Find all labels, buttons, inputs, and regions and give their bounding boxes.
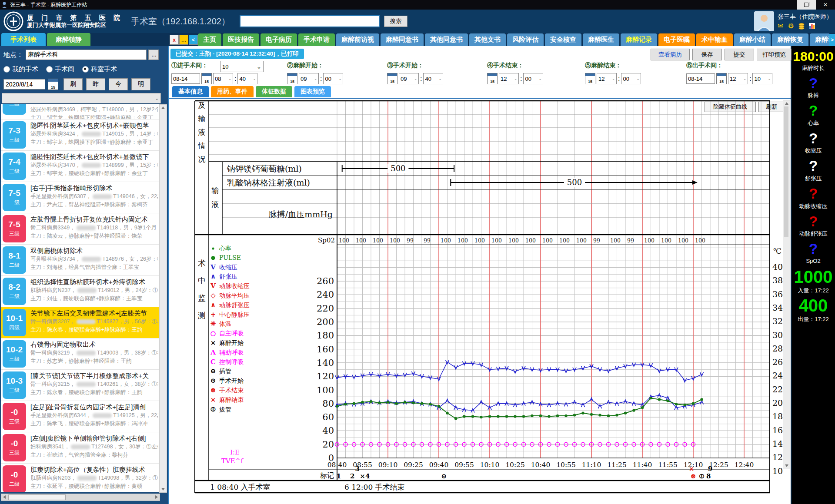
- hour-select[interactable]: 09⌄: [399, 73, 419, 84]
- view-record-button[interactable]: 查看病历: [651, 49, 690, 60]
- mini-more-button[interactable]: …: [179, 35, 188, 45]
- surgery-list-item[interactable]: -0三级[左足]趾骨骨折复位内固定术+[左足]清创手足显微外科病房6344，T1…: [1, 401, 159, 432]
- surgery-list-item[interactable]: 三级泌尿外科病房3469，柯宇昭，T149000，男，12岁2个主刀：邹宇龙，蛛…: [1, 104, 159, 119]
- surgery-list-item[interactable]: -0二级肛瘘切除术+高位（复杂性）肛瘘挂线术肛肠科病房N203，T149098，…: [1, 464, 159, 492]
- minute-select[interactable]: 10⌄: [752, 73, 772, 84]
- svg-text:✳: ✳: [210, 320, 216, 328]
- surgery-list-item[interactable]: 8-1二级双侧扁桃体切除术耳鼻喉科病房3734，T148976，女，26岁：①主…: [1, 245, 159, 276]
- submit-button[interactable]: 提交: [725, 49, 754, 60]
- date-input[interactable]: [3, 79, 45, 90]
- nav-scroll-right-button[interactable]: >: [829, 34, 835, 46]
- restore-button[interactable]: [797, 0, 816, 10]
- coins-icon[interactable]: [798, 23, 805, 30]
- svg-text:液: 液: [212, 200, 219, 209]
- nav-tab-2[interactable]: 医技报告: [223, 33, 259, 46]
- nav-tab-17[interactable]: 麻醉计费: [810, 33, 829, 46]
- minute-select[interactable]: 00⌄: [323, 73, 343, 84]
- radio-option-3[interactable]: 科室手术: [82, 65, 117, 73]
- minimize-button[interactable]: [778, 0, 797, 10]
- date-button-4[interactable]: 明: [131, 78, 150, 90]
- chart-icon[interactable]: [809, 23, 815, 29]
- date-field[interactable]: [171, 73, 200, 84]
- subtab-4[interactable]: 图表预览: [294, 86, 331, 97]
- nav-tab-4[interactable]: 手术申请: [298, 33, 335, 46]
- location-more-button[interactable]: …: [148, 50, 159, 60]
- print-preview-button[interactable]: 打印预览: [757, 49, 792, 60]
- user-name: 张三丰（住院医师）: [778, 13, 832, 21]
- sidebar-tab-surgery-list[interactable]: 手术列表: [1, 33, 46, 46]
- svg-text:10: 10: [772, 466, 783, 476]
- surgery-list-item[interactable]: -0三级[左侧]腹腔镜下单侧输卵管切除术+[右侧]妇科病房3541，T12749…: [1, 432, 159, 464]
- nav-tab-3[interactable]: 电子病历: [261, 33, 297, 46]
- surgery-badge: -0三级: [3, 403, 26, 430]
- filter-dropdown[interactable]: ⌄: [2, 93, 161, 103]
- search-input[interactable]: [240, 15, 380, 27]
- calendar-icon[interactable]: 15: [487, 73, 498, 84]
- svg-text:手术结束: 手术结束: [219, 387, 244, 394]
- svg-text:32: 32: [772, 316, 783, 326]
- surgery-list-item[interactable]: 10-2三级右锁骨内固定物取出术骨一科病房3219，T149003，男，38岁：…: [1, 338, 159, 370]
- hour-select[interactable]: 12⌄: [499, 73, 519, 84]
- calendar-icon[interactable]: 15: [287, 73, 297, 84]
- hour-select[interactable]: 12⌄: [728, 73, 748, 84]
- calendar-icon[interactable]: 15: [201, 73, 212, 84]
- minute-select[interactable]: 40⌄: [237, 73, 257, 84]
- close-button[interactable]: ✕: [816, 0, 835, 10]
- radio-option-1[interactable]: 我的手术: [3, 65, 38, 73]
- calendar-icon[interactable]: 15: [48, 79, 58, 90]
- surgery-list-item[interactable]: 10-1四级关节镜下左后交叉韧带重建术+[左膝关节骨一科病房3207，T1458…: [1, 307, 159, 338]
- date-field[interactable]: [686, 73, 715, 84]
- mini-scroll-left-button[interactable]: <: [189, 35, 198, 45]
- surgery-list-item[interactable]: 7-3三级隐匿性阴茎延长术+包皮环切术+嵌顿包茎泌尿外科病房3424，T1490…: [1, 119, 159, 151]
- hour-select[interactable]: 12⌄: [597, 73, 617, 84]
- nav-tab-8[interactable]: 其他文书: [469, 33, 506, 46]
- nav-tab-1[interactable]: 主页: [198, 33, 221, 46]
- nav-tab-10[interactable]: 安全核查: [545, 33, 581, 46]
- nav-tab-15[interactable]: 麻醉小结: [734, 33, 771, 46]
- subtab-1[interactable]: 基本信息: [172, 86, 209, 97]
- search-button[interactable]: 搜索: [384, 16, 407, 27]
- window-titlebar: 张三丰 - 手术室 - 麻醉医护工作站 ✕: [0, 0, 835, 10]
- surgery-list-item[interactable]: 7-4三级隐匿性阴茎延长术+包皮环切术+显微镜下泌尿外科病房3470，T1489…: [1, 151, 159, 182]
- gear-icon[interactable]: ⚙: [788, 23, 794, 30]
- sidebar-horizontal-scrollbar[interactable]: [1, 494, 160, 501]
- calendar-icon[interactable]: 15: [387, 73, 397, 84]
- sidebar-tab-sedation[interactable]: 麻醉镇静: [47, 33, 90, 46]
- nav-tab-7[interactable]: 其他同意书: [425, 33, 468, 46]
- subtab-3[interactable]: 体征数据: [256, 86, 292, 97]
- nav-tab-6[interactable]: 麻醉同意书: [381, 33, 424, 46]
- calendar-icon[interactable]: 15: [585, 73, 595, 84]
- chart-vertical-scrollbar[interactable]: [783, 100, 790, 469]
- svg-text:100: 100: [508, 237, 519, 244]
- nav-tab-14[interactable]: 术中输血: [696, 33, 733, 46]
- save-button[interactable]: 保存: [692, 49, 722, 60]
- mail-icon[interactable]: ✉: [778, 23, 783, 30]
- calendar-icon[interactable]: 15: [716, 73, 727, 84]
- nav-tab-12[interactable]: 麻醉记录: [621, 33, 657, 46]
- nav-tab-5[interactable]: 麻醉前访视: [336, 33, 379, 46]
- minute-select[interactable]: 00⌄: [523, 73, 543, 84]
- room-select[interactable]: 10⌄: [220, 61, 264, 72]
- mini-close-button[interactable]: x: [170, 35, 179, 45]
- minute-select[interactable]: 00⌄: [621, 73, 641, 84]
- date-button-1[interactable]: 刷: [63, 78, 83, 90]
- nav-tab-9[interactable]: 风险评估: [507, 33, 544, 46]
- location-input[interactable]: [26, 50, 147, 60]
- surgery-list-item[interactable]: 7-5二级[右手]手拇指多指畸形切除术手足显微外科病房6307，T149046，…: [1, 182, 159, 213]
- svg-text:100: 100: [559, 237, 570, 244]
- nav-tab-16[interactable]: 麻醉恢复: [772, 33, 808, 46]
- subtab-2[interactable]: 用药、事件: [211, 86, 254, 97]
- radio-option-2[interactable]: 手术间: [46, 65, 74, 73]
- sidebar-vertical-scrollbar[interactable]: [159, 104, 167, 493]
- hour-select[interactable]: 09⌄: [299, 73, 319, 84]
- date-button-2[interactable]: 昨: [86, 78, 105, 90]
- hour-select[interactable]: 08⌄: [213, 73, 233, 84]
- surgery-list-item[interactable]: 10-3三级[膝关节镜]关节镜下半月板修整成形术+关骨一科病房3215，T140…: [1, 370, 159, 401]
- surgery-list-item[interactable]: 8-2二级组织选择性直肠粘膜环切术+外痔切除术肛肠科病房N237，T149012…: [1, 276, 159, 307]
- nav-tab-13[interactable]: 电子医嘱: [658, 33, 695, 46]
- date-button-3[interactable]: 今: [109, 78, 128, 90]
- surgery-list-item[interactable]: 7-5三级左肱骨髁上骨折切开复位克氏针内固定术骨二科病房3349，T149118…: [1, 213, 159, 245]
- avatar[interactable]: [754, 11, 774, 31]
- nav-tab-11[interactable]: 麻醉医生: [583, 33, 619, 46]
- minute-select[interactable]: 40⌄: [423, 73, 443, 84]
